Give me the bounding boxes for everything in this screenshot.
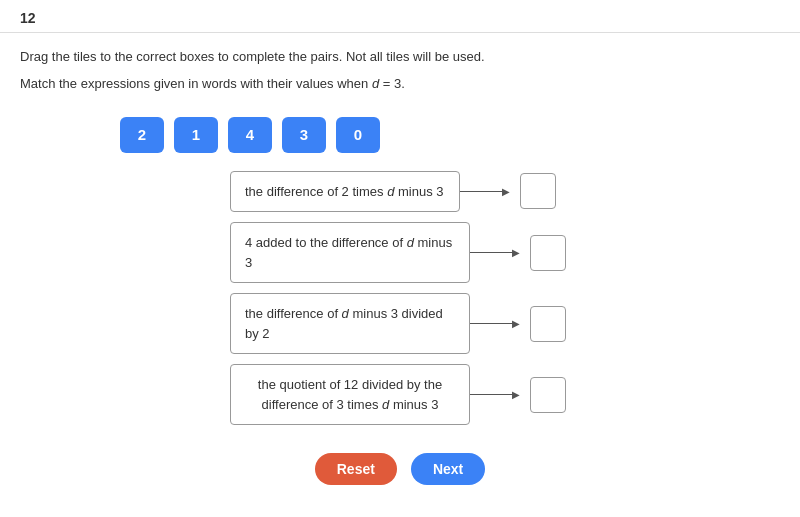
pairs-area: the difference of 2 times d minus 3 4 ad… (0, 171, 800, 426)
answer-box-1[interactable] (520, 173, 556, 209)
question-number: 12 (0, 0, 800, 33)
pair-row-2: 4 added to the difference of d minus 3 (230, 222, 740, 283)
answer-box-2[interactable] (530, 235, 566, 271)
tile-1[interactable]: 1 (174, 117, 218, 153)
reset-button[interactable]: Reset (315, 453, 397, 485)
pair-row-1: the difference of 2 times d minus 3 (230, 171, 740, 213)
pair-row-3: the difference of d minus 3 divided by 2 (230, 293, 740, 354)
tiles-area: 2 1 4 3 0 (0, 99, 800, 171)
arrow-1 (460, 186, 520, 197)
tile-0[interactable]: 0 (336, 117, 380, 153)
arrow-3 (470, 318, 530, 329)
instruction-2: Match the expressions given in words wit… (20, 74, 780, 95)
answer-box-4[interactable] (530, 377, 566, 413)
expression-box-2: 4 added to the difference of d minus 3 (230, 222, 470, 283)
tile-2[interactable]: 2 (120, 117, 164, 153)
buttons-area: Reset Next (0, 453, 800, 505)
arrow-4 (470, 389, 530, 400)
arrow-2 (470, 247, 530, 258)
tile-4[interactable]: 4 (228, 117, 272, 153)
expression-box-4: the quotient of 12 divided by the differ… (230, 364, 470, 425)
expression-box-3: the difference of d minus 3 divided by 2 (230, 293, 470, 354)
expression-box-1: the difference of 2 times d minus 3 (230, 171, 460, 213)
answer-box-3[interactable] (530, 306, 566, 342)
next-button[interactable]: Next (411, 453, 485, 485)
instructions: Drag the tiles to the correct boxes to c… (0, 33, 800, 99)
instruction-1: Drag the tiles to the correct boxes to c… (20, 47, 780, 68)
pair-row-4: the quotient of 12 divided by the differ… (230, 364, 740, 425)
tile-3[interactable]: 3 (282, 117, 326, 153)
